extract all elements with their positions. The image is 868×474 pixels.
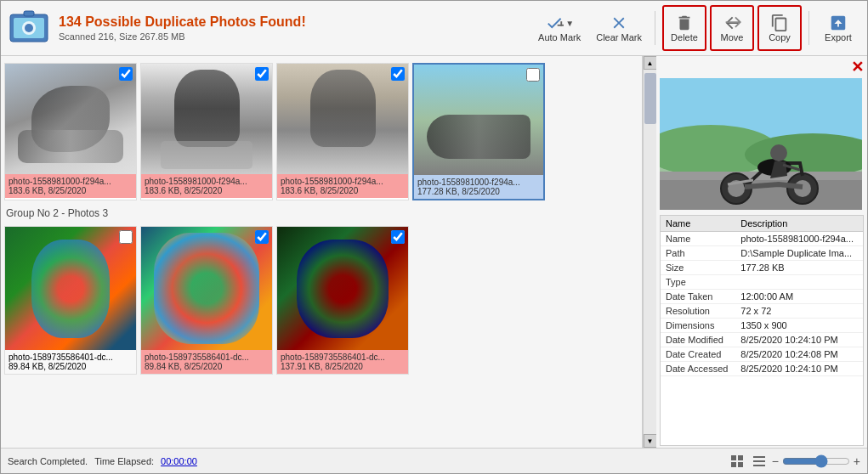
photo-checkbox-area [526,68,540,82]
photo-caption: photo-1558981000-f294a... 183.6 KB, 8/25… [5,174,136,198]
zoom-in-button[interactable]: + [854,454,860,468]
scroll-up-button[interactable]: ▲ [644,56,657,70]
property-value: 72 x 72 [735,304,863,319]
property-name: Name [661,232,735,246]
property-name: Size [661,261,735,275]
photo-checkbox-area [391,67,405,81]
clear-mark-label: Clear Mark [596,32,642,42]
property-name: Path [661,246,735,261]
svg-point-17 [770,144,787,161]
subtitle: Scanned 216, Size 267.85 MB [59,31,532,42]
preview-image [660,78,862,210]
svg-rect-6 [561,21,563,26]
list-view-button[interactable] [750,452,769,471]
property-value: D:\Sample Duplicate Ima... [735,246,863,261]
svg-rect-19 [738,455,743,460]
move-button[interactable]: Move [710,5,754,51]
table-row: Dimensions1350 x 900 [661,319,863,333]
photo-item[interactable]: photo-1589735586401-dc... 137.91 KB, 8/2… [276,226,409,375]
bottom-bar: Search Completed. Time Elapsed: 00:00:00… [1,448,867,473]
photo-caption: photo-1589735586401-dc... 137.91 KB, 8/2… [277,350,408,374]
property-table: Name Description Namephoto-1558981000-f2… [661,216,863,376]
toolbar: 134 Possible Duplicate Photos Found! Sca… [1,1,867,56]
photo-checkbox[interactable] [391,67,405,81]
photo-item[interactable]: photo-1589735586401-dc... 89.84 KB, 8/25… [4,226,137,375]
property-name: Dimensions [661,319,735,333]
copy-icon [770,14,789,32]
table-row: Type [661,275,863,290]
photo-checkbox[interactable] [255,230,269,244]
property-value: 12:00:00 AM [735,290,863,304]
property-value: 8/25/2020 10:24:08 PM [735,347,863,362]
property-value [735,275,863,290]
photo-checkbox-area [391,230,405,244]
photo-panel: photo-1558981000-f294a... 183.6 KB, 8/25… [1,56,643,448]
svg-rect-10 [660,176,862,210]
copy-button[interactable]: Copy [757,5,802,51]
auto-mark-button[interactable]: ▼ Auto Mark [532,5,587,51]
property-value: 8/25/2020 10:24:10 PM [735,333,863,347]
move-icon [723,14,741,32]
group2-header: Group No 2 - Photos 3 [4,204,638,223]
photo-item-selected[interactable]: photo-1558981000-f294a... 177.28 KB, 8/2… [412,63,545,200]
copy-label: Copy [769,32,791,42]
clear-mark-button[interactable]: Clear Mark [590,5,648,51]
photo-item[interactable]: photo-1558981000-f294a... 183.6 KB, 8/25… [140,63,273,200]
photo-caption: photo-1558981000-f294a... 183.6 KB, 8/25… [141,174,272,198]
svg-point-3 [25,24,33,32]
time-elapsed-value[interactable]: 00:00:00 [161,456,197,466]
group1-photos: photo-1558981000-f294a... 183.6 KB, 8/25… [4,59,638,204]
photo-checkbox[interactable] [119,230,133,244]
toolbar-buttons: ▼ Auto Mark Clear Mark Delete [532,5,860,51]
svg-rect-4 [24,11,34,16]
photo-item[interactable]: photo-1558981000-f294a... 183.6 KB, 8/25… [276,63,409,200]
property-name: Date Modified [661,333,735,347]
svg-rect-21 [738,462,743,467]
photo-item[interactable]: photo-1589735586401-dc... 89.84 KB, 8/25… [140,226,273,375]
photo-checkbox[interactable] [255,67,269,81]
photo-checkbox-area [119,67,133,81]
property-value: 177.28 KB [735,261,863,275]
title-area: 134 Possible Duplicate Photos Found! Sca… [59,14,532,42]
main-window: 134 Possible Duplicate Photos Found! Sca… [0,0,868,474]
table-row: Resolution72 x 72 [661,304,863,319]
photo-thumbnail [277,64,408,174]
photo-checkbox[interactable] [119,67,133,81]
property-name: Date Created [661,347,735,362]
table-row: Namephoto-1558981000-f294a... [661,232,863,246]
photo-scroll[interactable]: photo-1558981000-f294a... 183.6 KB, 8/25… [1,56,642,448]
delete-button[interactable]: Delete [662,5,706,51]
clear-mark-icon [610,14,628,32]
photo-checkbox-area [255,67,269,81]
table-row: Date Modified8/25/2020 10:24:10 PM [661,333,863,347]
photo-thumbnail [5,227,136,350]
scroll-thumb[interactable] [644,73,656,124]
scrollbar[interactable]: ▲ ▼ [643,56,656,448]
view-icons: − + [728,452,860,471]
table-row: PathD:\Sample Duplicate Ima... [661,246,863,261]
col-name-header: Name [661,216,735,232]
photo-checkbox[interactable] [526,68,540,82]
move-label: Move [721,32,744,42]
separator2 [808,11,809,45]
photo-caption: photo-1558981000-f294a... 183.6 KB, 8/25… [277,174,408,198]
zoom-out-button[interactable]: − [772,454,779,468]
preview-close-button[interactable]: ✕ [851,58,864,76]
delete-label: Delete [671,32,698,42]
photo-thumbnail [277,227,408,350]
thumbnail-view-button[interactable] [728,452,746,471]
photo-caption: photo-1589735586401-dc... 89.84 KB, 8/25… [5,350,136,374]
export-icon [829,14,848,32]
preview-close-area: ✕ [656,56,867,78]
preview-panel: ✕ [656,56,867,448]
zoom-slider[interactable] [782,454,850,468]
export-label: Export [825,32,852,42]
export-button[interactable]: Export [816,5,860,51]
property-value: 1350 x 900 [735,319,863,333]
app-logo [8,7,50,49]
photo-checkbox[interactable] [391,230,405,244]
info-table: Name Description Namephoto-1558981000-f2… [660,215,864,446]
photo-item[interactable]: photo-1558981000-f294a... 183.6 KB, 8/25… [4,63,137,200]
scroll-down-button[interactable]: ▼ [644,434,657,448]
svg-rect-22 [753,456,765,458]
